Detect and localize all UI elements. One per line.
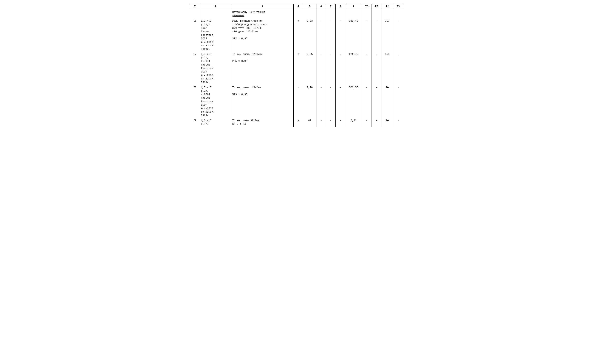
row-col3: То же, диам. 45х2мм529 х 0,95 [231, 85, 293, 118]
row-col4: т [293, 85, 303, 118]
table-row: I6 Ц.I,ч.Iр.IX,п.I022ПисьмоГосстрояСССР№… [190, 19, 403, 52]
row-col11: - [372, 118, 381, 127]
row-col4: т [293, 19, 303, 52]
header-col2: 2 [200, 4, 231, 9]
header-col7: 7 [326, 4, 336, 9]
header-col4: 4 [293, 4, 303, 9]
header-col1: I [190, 4, 200, 9]
row-col10: - [362, 85, 372, 118]
row-col13: - [393, 118, 403, 127]
row-col8: - [336, 52, 345, 85]
row-col7: - [326, 52, 336, 85]
row-col7: - [326, 19, 336, 52]
row-col12: 7I7 [381, 19, 393, 52]
row-col12: 555 [381, 52, 393, 85]
header-col5: 5 [303, 4, 316, 9]
row-col7: - [326, 85, 336, 118]
table-row: I9 Ц.I,ч.Iп.I77 То же, диам.32х2мм60 х 1… [190, 118, 403, 127]
row-col8: - [336, 118, 345, 127]
main-table: I 2 3 4 5 6 7 8 9 IO II I2 I3 [190, 4, 403, 127]
row-col4: т [293, 52, 303, 85]
header-col10: IO [362, 4, 372, 9]
row-col5: 0,I8 [303, 85, 316, 118]
row-col6: - [316, 118, 326, 127]
row-number: I6 [190, 19, 200, 52]
row-col6: - [316, 85, 326, 118]
row-number: I8 [190, 85, 200, 118]
row-col6: - [316, 52, 326, 85]
header-col3: 3 [231, 4, 293, 9]
row-col9: 0,32 [345, 118, 362, 127]
row-col12: 90 [381, 85, 393, 118]
header-col6: 6 [316, 4, 326, 9]
row-col13: - [393, 19, 403, 52]
header-col8: 8 [336, 4, 345, 9]
row-col12: 20 [381, 118, 393, 127]
row-col3: То же, диам.32х2мм60 х 1,04 [231, 118, 293, 127]
row-col13: - [393, 85, 403, 118]
row-col9: 270,75 [345, 52, 362, 85]
header-col13: I3 [393, 4, 403, 9]
row-col9: 502,55 [345, 85, 362, 118]
table-row: I7 Ц.I,ч.Iр.IX,п.I0I4ПисьмоГосстрояСССР№… [190, 52, 403, 85]
row-col2: Ц.I,ч.Iп.I77 [200, 118, 231, 127]
row-col2: Ц.I,ч.Iр.IX,п.I0I4ПисьмоГосстрояСССР№ 4-… [200, 52, 231, 85]
row-col5: 2,05 [303, 52, 316, 85]
subheader-row: Материалн, не учтенные денником [190, 9, 403, 19]
table-row: I8 Ц.I,ч.Iр.IX,п.2564ПисьмоГосстрояСССР№… [190, 85, 403, 118]
row-col8: ~ [336, 85, 345, 118]
row-col13: - [393, 52, 403, 85]
row-col5: 62 [303, 118, 316, 127]
row-col11: - [372, 85, 381, 118]
row-col5: 2,03 [303, 19, 316, 52]
row-col2: Ц.I,ч.Iр.IX,п.2564ПисьмоГосстрояСССР№ 4-… [200, 85, 231, 118]
row-col6: - [316, 19, 326, 52]
row-col3: Узлы технологическихтрубопроводов из ста… [231, 19, 293, 52]
row-col11: - [372, 19, 381, 52]
row-col10: - [362, 118, 372, 127]
row-col10: - [362, 52, 372, 85]
row-col2: Ц.I,ч.Iр.IX,п.I022ПисьмоГосстрояСССР№ 4-… [200, 19, 231, 52]
row-col11: - [372, 52, 381, 85]
row-col3: То же, диам. 325х7мм285 х 0,95 [231, 52, 293, 85]
header-col12: I2 [381, 4, 393, 9]
row-number: I9 [190, 118, 200, 127]
row-col4: м [293, 118, 303, 127]
header-col11: II [372, 4, 381, 9]
row-col10: - [362, 19, 372, 52]
row-col7: - [326, 118, 336, 127]
header-col9: 9 [345, 4, 362, 9]
row-col8: - [336, 19, 345, 52]
row-col9: 353,40 [345, 19, 362, 52]
row-number: I7 [190, 52, 200, 85]
subheader-text: Материалн, не учтенные денником [231, 9, 293, 19]
